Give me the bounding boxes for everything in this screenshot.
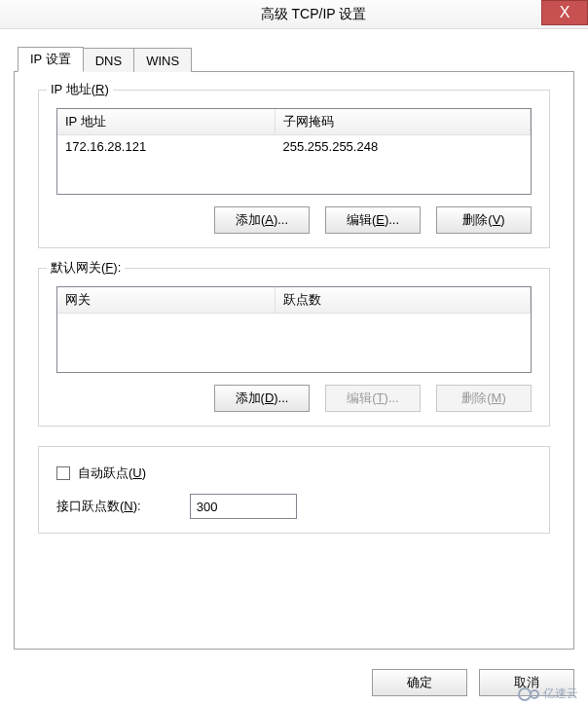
gateway-group-legend: 默认网关(F): [47,259,125,277]
close-button[interactable]: X [541,0,588,25]
tab-wins[interactable]: WINS [133,48,192,72]
client-area: IP 设置 DNS WINS IP 地址(R) IP 地址 子网掩码 172.1… [0,29,588,706]
metric-group: 自动跃点(U) 接口跃点数(N): [38,446,550,534]
tab-dns[interactable]: DNS [83,48,134,72]
gateway-edit-button: 编辑(T)... [325,385,421,412]
ok-button[interactable]: 确定 [372,669,467,696]
gateway-add-button[interactable]: 添加(D)... [214,385,310,412]
table-row[interactable]: 172.16.28.121 255.255.255.248 [57,135,531,158]
ip-remove-button[interactable]: 删除(V) [436,206,532,234]
gateway-list-body [57,314,531,372]
ip-group-legend: IP 地址(R) [47,81,113,98]
ip-address-group: IP 地址(R) IP 地址 子网掩码 172.16.28.121 255.25… [38,90,550,248]
tab-ip-settings[interactable]: IP 设置 [18,47,84,72]
watermark: 亿速云 [518,686,578,702]
gateway-button-row: 添加(D)... 编辑(T)... 删除(M) [56,385,532,412]
ip-listview[interactable]: IP 地址 子网掩码 172.16.28.121 255.255.255.248 [56,108,532,195]
ip-edit-button[interactable]: 编辑(E)... [325,206,421,234]
cell-mask: 255.255.255.248 [276,135,531,158]
tab-panel: IP 地址(R) IP 地址 子网掩码 172.16.28.121 255.25… [14,71,574,650]
ip-add-button[interactable]: 添加(A)... [214,206,310,234]
col-ip-address[interactable]: IP 地址 [57,109,276,135]
window-title: 高级 TCP/IP 设置 [0,6,588,23]
title-bar: 高级 TCP/IP 设置 X [0,0,588,29]
col-metric[interactable]: 跃点数 [276,287,531,314]
iface-metric-row: 接口跃点数(N): [56,494,532,519]
ip-button-row: 添加(A)... 编辑(E)... 删除(V) [56,206,532,234]
auto-metric-checkbox[interactable] [56,466,70,480]
watermark-icon [530,689,539,699]
gateway-list-header: 网关 跃点数 [57,287,531,314]
auto-metric-row: 自动跃点(U) [56,464,532,482]
iface-metric-input[interactable] [190,494,297,519]
gateway-listview[interactable]: 网关 跃点数 [56,286,532,373]
ip-list-header: IP 地址 子网掩码 [57,109,531,135]
cell-ip: 172.16.28.121 [57,135,276,158]
gateway-remove-button: 删除(M) [436,385,532,412]
close-icon: X [560,4,570,21]
ip-list-body: 172.16.28.121 255.255.255.248 [57,135,531,194]
iface-metric-label: 接口跃点数(N): [56,498,141,515]
gateway-group: 默认网关(F): 网关 跃点数 添加(D)... 编辑(T)... 删除(M) [38,268,550,427]
tab-strip: IP 设置 DNS WINS [18,47,191,72]
col-gateway[interactable]: 网关 [57,287,276,314]
col-subnet-mask[interactable]: 子网掩码 [276,109,531,135]
auto-metric-label: 自动跃点(U) [78,464,146,482]
